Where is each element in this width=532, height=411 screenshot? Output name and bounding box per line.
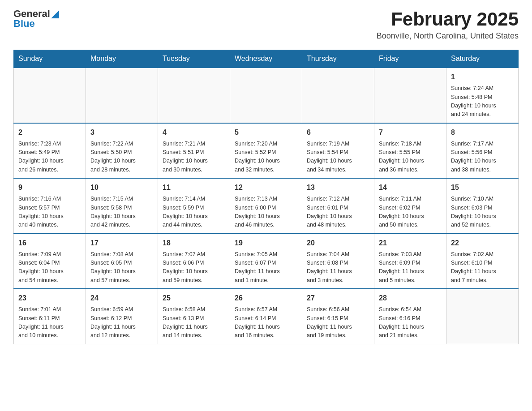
day-number: 19	[235, 238, 297, 248]
calendar-cell: 26Sunrise: 6:57 AMSunset: 6:14 PMDayligh…	[230, 289, 302, 344]
week-row-2: 2Sunrise: 7:23 AMSunset: 5:49 PMDaylight…	[14, 123, 519, 179]
logo-general: General	[13, 9, 50, 19]
calendar-cell: 1Sunrise: 7:24 AMSunset: 5:48 PMDaylight…	[446, 68, 519, 123]
calendar-cell	[14, 68, 86, 123]
day-number: 11	[163, 182, 225, 193]
header-row: SundayMondayTuesdayWednesdayThursdayFrid…	[14, 50, 519, 68]
day-info: Sunrise: 7:17 AMSunset: 5:56 PMDaylight:…	[451, 140, 514, 175]
day-number: 4	[163, 127, 225, 138]
svg-marker-0	[51, 10, 59, 18]
day-number: 18	[163, 238, 225, 248]
calendar-cell: 24Sunrise: 6:59 AMSunset: 6:12 PMDayligh…	[86, 289, 158, 344]
day-number: 10	[90, 182, 153, 193]
day-info: Sunrise: 7:23 AMSunset: 5:49 PMDaylight:…	[18, 140, 81, 175]
day-info: Sunrise: 6:56 AMSunset: 6:15 PMDaylight:…	[307, 305, 369, 340]
week-row-3: 9Sunrise: 7:16 AMSunset: 5:57 PMDaylight…	[14, 178, 519, 234]
calendar-cell: 22Sunrise: 7:02 AMSunset: 6:10 PMDayligh…	[446, 234, 519, 289]
day-number: 20	[307, 238, 369, 248]
calendar-cell: 18Sunrise: 7:07 AMSunset: 6:06 PMDayligh…	[158, 234, 230, 289]
day-info: Sunrise: 7:01 AMSunset: 6:11 PMDaylight:…	[18, 305, 81, 340]
calendar-cell: 10Sunrise: 7:15 AMSunset: 5:58 PMDayligh…	[86, 178, 158, 234]
day-info: Sunrise: 7:03 AMSunset: 6:09 PMDaylight:…	[379, 250, 442, 285]
day-number: 24	[90, 293, 153, 304]
calendar-cell	[158, 68, 230, 123]
day-info: Sunrise: 7:20 AMSunset: 5:52 PMDaylight:…	[235, 140, 297, 175]
day-number: 26	[235, 293, 297, 304]
calendar-cell: 8Sunrise: 7:17 AMSunset: 5:56 PMDaylight…	[446, 123, 519, 179]
day-info: Sunrise: 7:19 AMSunset: 5:54 PMDaylight:…	[307, 140, 369, 175]
calendar-cell: 15Sunrise: 7:10 AMSunset: 6:03 PMDayligh…	[446, 178, 519, 234]
day-number: 6	[307, 127, 369, 138]
day-info: Sunrise: 7:16 AMSunset: 5:57 PMDaylight:…	[18, 195, 81, 230]
day-number: 13	[307, 182, 369, 193]
day-info: Sunrise: 7:21 AMSunset: 5:51 PMDaylight:…	[163, 140, 225, 175]
col-header-thursday: Thursday	[302, 50, 374, 68]
day-info: Sunrise: 6:58 AMSunset: 6:13 PMDaylight:…	[163, 305, 225, 340]
calendar-cell: 4Sunrise: 7:21 AMSunset: 5:51 PMDaylight…	[158, 123, 230, 179]
col-header-friday: Friday	[374, 50, 446, 68]
day-info: Sunrise: 7:08 AMSunset: 6:05 PMDaylight:…	[90, 250, 153, 285]
day-number: 27	[307, 293, 369, 304]
calendar-cell: 11Sunrise: 7:14 AMSunset: 5:59 PMDayligh…	[158, 178, 230, 234]
calendar-cell: 2Sunrise: 7:23 AMSunset: 5:49 PMDaylight…	[14, 123, 86, 179]
day-number: 2	[18, 127, 81, 138]
col-header-tuesday: Tuesday	[158, 50, 230, 68]
calendar-cell: 12Sunrise: 7:13 AMSunset: 6:00 PMDayligh…	[230, 178, 302, 234]
day-number: 8	[451, 127, 514, 138]
day-info: Sunrise: 7:09 AMSunset: 6:04 PMDaylight:…	[18, 250, 81, 285]
calendar-cell: 13Sunrise: 7:12 AMSunset: 6:01 PMDayligh…	[302, 178, 374, 234]
calendar-cell	[230, 68, 302, 123]
day-number: 16	[18, 238, 81, 248]
logo: General Blue	[13, 9, 59, 29]
day-number: 23	[18, 293, 81, 304]
day-number: 12	[235, 182, 297, 193]
day-number: 28	[379, 293, 442, 304]
day-number: 22	[451, 238, 514, 248]
calendar-cell: 6Sunrise: 7:19 AMSunset: 5:54 PMDaylight…	[302, 123, 374, 179]
calendar-subtitle: Boonville, North Carolina, United States	[377, 31, 519, 41]
day-info: Sunrise: 7:18 AMSunset: 5:55 PMDaylight:…	[379, 140, 442, 175]
calendar-cell	[374, 68, 446, 123]
day-info: Sunrise: 7:22 AMSunset: 5:50 PMDaylight:…	[90, 140, 153, 175]
week-row-4: 16Sunrise: 7:09 AMSunset: 6:04 PMDayligh…	[14, 234, 519, 289]
calendar-cell: 3Sunrise: 7:22 AMSunset: 5:50 PMDaylight…	[86, 123, 158, 179]
day-info: Sunrise: 7:14 AMSunset: 5:59 PMDaylight:…	[163, 195, 225, 230]
calendar-cell: 9Sunrise: 7:16 AMSunset: 5:57 PMDaylight…	[14, 178, 86, 234]
calendar-cell: 27Sunrise: 6:56 AMSunset: 6:15 PMDayligh…	[302, 289, 374, 344]
calendar-cell: 23Sunrise: 7:01 AMSunset: 6:11 PMDayligh…	[14, 289, 86, 344]
day-info: Sunrise: 7:13 AMSunset: 6:00 PMDaylight:…	[235, 195, 297, 230]
day-number: 9	[18, 182, 81, 193]
calendar-title: February 2025	[377, 9, 519, 30]
calendar-cell	[86, 68, 158, 123]
col-header-wednesday: Wednesday	[230, 50, 302, 68]
calendar-cell: 25Sunrise: 6:58 AMSunset: 6:13 PMDayligh…	[158, 289, 230, 344]
calendar-cell: 17Sunrise: 7:08 AMSunset: 6:05 PMDayligh…	[86, 234, 158, 289]
day-info: Sunrise: 7:04 AMSunset: 6:08 PMDaylight:…	[307, 250, 369, 285]
calendar-cell: 14Sunrise: 7:11 AMSunset: 6:02 PMDayligh…	[374, 178, 446, 234]
calendar-table: SundayMondayTuesdayWednesdayThursdayFrid…	[13, 50, 519, 344]
week-row-1: 1Sunrise: 7:24 AMSunset: 5:48 PMDaylight…	[14, 68, 519, 123]
page-header: General Blue February 2025 Boonville, No…	[13, 9, 519, 41]
calendar-cell: 28Sunrise: 6:54 AMSunset: 6:16 PMDayligh…	[374, 289, 446, 344]
day-info: Sunrise: 6:57 AMSunset: 6:14 PMDaylight:…	[235, 305, 297, 340]
calendar-cell	[446, 289, 519, 344]
calendar-cell: 20Sunrise: 7:04 AMSunset: 6:08 PMDayligh…	[302, 234, 374, 289]
col-header-sunday: Sunday	[14, 50, 86, 68]
day-number: 7	[379, 127, 442, 138]
day-info: Sunrise: 6:59 AMSunset: 6:12 PMDaylight:…	[90, 305, 153, 340]
calendar-cell: 16Sunrise: 7:09 AMSunset: 6:04 PMDayligh…	[14, 234, 86, 289]
day-info: Sunrise: 7:24 AMSunset: 5:48 PMDaylight:…	[451, 84, 514, 119]
day-info: Sunrise: 7:11 AMSunset: 6:02 PMDaylight:…	[379, 195, 442, 230]
calendar-cell: 19Sunrise: 7:05 AMSunset: 6:07 PMDayligh…	[230, 234, 302, 289]
day-number: 21	[379, 238, 442, 248]
calendar-cell	[302, 68, 374, 123]
day-info: Sunrise: 7:02 AMSunset: 6:10 PMDaylight:…	[451, 250, 514, 285]
day-number: 15	[451, 182, 514, 193]
day-info: Sunrise: 7:10 AMSunset: 6:03 PMDaylight:…	[451, 195, 514, 230]
day-info: Sunrise: 7:12 AMSunset: 6:01 PMDaylight:…	[307, 195, 369, 230]
col-header-saturday: Saturday	[446, 50, 519, 68]
logo-triangle-icon	[51, 10, 59, 18]
day-number: 14	[379, 182, 442, 193]
calendar-cell: 7Sunrise: 7:18 AMSunset: 5:55 PMDaylight…	[374, 123, 446, 179]
day-info: Sunrise: 7:07 AMSunset: 6:06 PMDaylight:…	[163, 250, 225, 285]
